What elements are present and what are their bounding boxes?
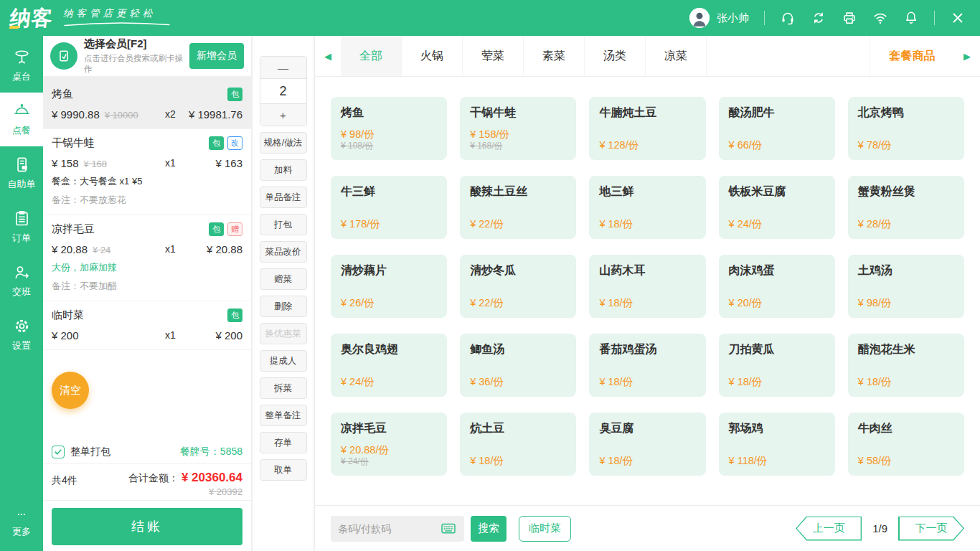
sidebar-item-self-order[interactable]: 自助单 xyxy=(0,146,43,200)
pack-badge: 包 xyxy=(227,309,242,322)
next-page-button[interactable]: 下一页 xyxy=(898,517,964,541)
category-tab[interactable]: 全部 xyxy=(341,36,402,76)
prev-page-button[interactable]: 上一页 xyxy=(796,517,862,541)
order-item[interactable]: 烤鱼 包 ¥ 9990.88 ¥ 10000 x2 ¥ 19981.76 xyxy=(43,80,251,129)
order-panel: 选择会员[F2] 点击进行会员搜索或刷卡操作 新增会员 烤鱼 包 ¥ 9990.… xyxy=(43,36,251,551)
keyboard-icon[interactable] xyxy=(439,521,458,537)
combo-products-tab[interactable]: 套餐商品 xyxy=(870,36,954,76)
member-subtitle: 点击进行会员搜索或刷卡操作 xyxy=(84,53,183,75)
member-bar[interactable]: 选择会员[F2] 点击进行会员搜索或刷卡操作 新增会员 xyxy=(43,36,251,77)
menu-item-name: 炕土豆 xyxy=(470,421,566,435)
order-item-name: 烤鱼 xyxy=(52,88,73,101)
menu-item-card[interactable]: 地三鲜 ¥ 18/份 xyxy=(589,176,705,239)
category-tab[interactable]: 汤类 xyxy=(585,36,646,76)
pack-all-checkbox[interactable] xyxy=(52,446,65,458)
order-item-name: 干锅牛蛙 xyxy=(52,136,95,150)
order-item-price: ¥ 20.88 xyxy=(52,243,88,255)
menu-item-card[interactable]: 清炒藕片 ¥ 26/份 xyxy=(331,255,447,318)
close-icon[interactable] xyxy=(950,10,966,26)
category-tabs: 全部 火锅 荤菜 素菜 汤类 凉菜 xyxy=(341,36,707,76)
menu-item-card[interactable]: 土鸡汤 ¥ 98/份 xyxy=(848,255,964,318)
menu-item-card[interactable]: 牛肉丝 ¥ 58/份 xyxy=(848,413,964,476)
action-button[interactable]: 取单 xyxy=(260,459,307,481)
sync-icon[interactable] xyxy=(811,10,826,26)
menu-item-card[interactable]: 干锅牛蛙 ¥ 158/份 ¥ 168/份 xyxy=(460,97,576,160)
tabs-scroll-left-icon[interactable]: ◀ xyxy=(315,36,341,76)
checkout-button[interactable]: 结账 xyxy=(52,508,242,545)
tabs-scroll-right-icon[interactable]: ▶ xyxy=(954,36,980,76)
headset-icon[interactable] xyxy=(780,10,796,26)
menu-item-card[interactable]: 臭豆腐 ¥ 18/份 xyxy=(589,413,705,476)
search-button[interactable]: 搜索 xyxy=(471,516,507,542)
bell-icon[interactable] xyxy=(903,10,919,26)
qty-minus-button[interactable]: — xyxy=(260,57,306,78)
menu-item-card[interactable]: 清炒冬瓜 ¥ 22/份 xyxy=(460,255,576,318)
category-tab[interactable]: 凉菜 xyxy=(646,36,707,76)
menu-item-name: 奥尔良鸡翅 xyxy=(341,342,437,356)
action-button[interactable]: 存单 xyxy=(260,432,307,453)
menu-item-card[interactable]: 肉沫鸡蛋 ¥ 20/份 xyxy=(719,255,835,318)
menu-item-card[interactable]: 番茄鸡蛋汤 ¥ 18/份 xyxy=(589,334,705,397)
menu-item-name: 土鸡汤 xyxy=(858,263,954,277)
printer-icon[interactable] xyxy=(842,10,857,26)
category-tab[interactable]: 荤菜 xyxy=(463,36,524,76)
menu-item-card[interactable]: 酸汤肥牛 ¥ 66/份 xyxy=(719,97,835,160)
sidebar-item-settings[interactable]: 设置 xyxy=(0,308,43,362)
action-button[interactable]: 提成人 xyxy=(260,350,307,372)
pack-badge: 包 xyxy=(227,88,242,101)
action-button[interactable]: 单品备注 xyxy=(260,187,307,208)
menu-item-card[interactable]: 铁板米豆腐 ¥ 24/份 xyxy=(719,176,835,239)
action-button[interactable]: 加料 xyxy=(260,159,307,181)
menu-item-card[interactable]: 北京烤鸭 ¥ 78/份 xyxy=(848,97,964,160)
action-button[interactable]: 规格/做法 xyxy=(260,132,307,154)
avatar[interactable] xyxy=(689,8,710,28)
action-button[interactable]: 换优惠菜 xyxy=(260,323,307,344)
qty-plus-button[interactable]: + xyxy=(260,104,306,126)
category-tab[interactable]: 火锅 xyxy=(402,36,463,76)
menu-item-card[interactable]: 牛三鲜 ¥ 178/份 xyxy=(331,176,447,239)
order-item[interactable]: 临时菜 包 ¥ 200 x1 ¥ 200 xyxy=(43,301,251,350)
menu-item-name: 山药木耳 xyxy=(599,263,695,277)
temp-dish-button[interactable]: 临时菜 xyxy=(519,516,571,542)
menu-item-card[interactable]: 牛腩炖土豆 ¥ 128/份 xyxy=(589,97,705,160)
barcode-input[interactable] xyxy=(338,523,439,534)
menu-item-card[interactable]: 醋泡花生米 ¥ 18/份 xyxy=(848,334,964,397)
menu-item-card[interactable]: 郭场鸡 ¥ 118/份 xyxy=(719,413,835,476)
sidebar-item-label: 订单 xyxy=(12,232,31,245)
menu-item-name: 鲫鱼汤 xyxy=(470,342,566,356)
add-member-button[interactable]: 新增会员 xyxy=(189,43,244,69)
action-button[interactable]: 赠菜 xyxy=(260,268,307,290)
sidebar-item-label: 更多 xyxy=(12,525,31,538)
sidebar-item-shift[interactable]: 交班 xyxy=(0,254,43,308)
menu-item-card[interactable]: 奥尔良鸡翅 ¥ 24/份 xyxy=(331,334,447,397)
action-button[interactable]: 拆菜 xyxy=(260,377,307,399)
action-button[interactable]: 菜品改价 xyxy=(260,241,307,263)
menu-item-card[interactable]: 刀拍黄瓜 ¥ 18/份 xyxy=(719,334,835,397)
menu-item-card[interactable]: 炕土豆 ¥ 18/份 xyxy=(460,413,576,476)
order-item[interactable]: 干锅牛蛙 包 改 ¥ 158 ¥ 168 x1 ¥ 163 餐盒：大号餐盒 x1… xyxy=(43,129,251,215)
menu-item-card[interactable]: 凉拌毛豆 ¥ 20.88/份 ¥ 24/份 xyxy=(331,413,447,476)
order-item[interactable]: 凉拌毛豆 包 赠 ¥ 20.88 ¥ 24 x1 ¥ 20.88 大份，加麻加辣… xyxy=(43,215,251,301)
action-button[interactable]: 删除 xyxy=(260,296,307,317)
action-button[interactable]: 打包 xyxy=(260,214,307,235)
sidebar-item-more[interactable]: 更多 xyxy=(0,507,43,544)
menu-item-card[interactable]: 蟹黄粉丝煲 ¥ 28/份 xyxy=(848,176,964,239)
order-item-extra: 餐盒：大号餐盒 x1 ¥5 xyxy=(52,175,242,188)
menu-item-card[interactable]: 山药木耳 ¥ 18/份 xyxy=(589,255,705,318)
category-tab[interactable]: 素菜 xyxy=(524,36,585,76)
sidebar-item-tables[interactable]: 桌台 xyxy=(0,39,43,93)
sidebar-item-orders[interactable]: 订单 xyxy=(0,200,43,254)
sidebar-item-order-food[interactable]: 点餐 xyxy=(0,93,43,146)
menu-item-name: 凉拌毛豆 xyxy=(341,421,437,435)
order-item-name: 临时菜 xyxy=(52,309,84,322)
menu-item-card[interactable]: 烤鱼 ¥ 98/份 ¥ 108/份 xyxy=(331,97,447,160)
menu-item-card[interactable]: 鲫鱼汤 ¥ 36/份 xyxy=(460,334,576,397)
self-order-icon xyxy=(13,156,31,174)
table-tag-value: 5858 xyxy=(220,446,242,457)
menu-item-name: 地三鲜 xyxy=(599,184,695,198)
action-button[interactable]: 整单备注 xyxy=(260,405,307,426)
clear-order-button[interactable]: 清空 xyxy=(52,372,89,409)
wifi-icon[interactable] xyxy=(872,10,888,26)
gear-icon xyxy=(13,317,31,335)
menu-item-card[interactable]: 酸辣土豆丝 ¥ 22/份 xyxy=(460,176,576,239)
